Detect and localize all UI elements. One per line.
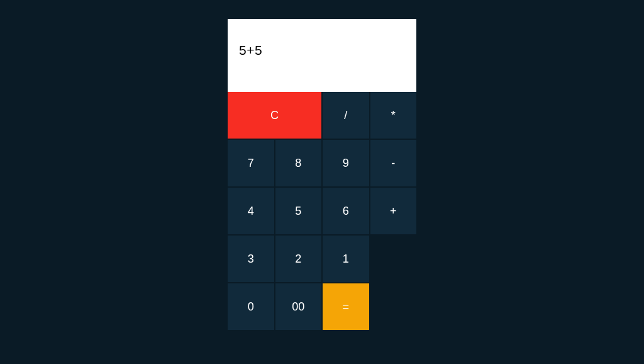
display: 5+5 [228, 19, 416, 92]
equals-button[interactable]: = [323, 283, 369, 330]
two-button[interactable]: 2 [275, 236, 322, 282]
clear-button[interactable]: C [228, 92, 321, 139]
nine-button[interactable]: 9 [323, 140, 369, 186]
three-button[interactable]: 3 [228, 236, 274, 282]
keypad: C / * 7 8 9 - 4 5 6 + 3 2 1 0 00 = [228, 92, 416, 330]
empty-cell [370, 283, 417, 330]
four-button[interactable]: 4 [228, 188, 274, 234]
divide-button[interactable]: / [323, 92, 369, 139]
multiply-button[interactable]: * [370, 92, 417, 139]
seven-button[interactable]: 7 [228, 140, 274, 186]
plus-button[interactable]: + [370, 188, 417, 234]
eight-button[interactable]: 8 [275, 140, 322, 186]
doublezero-button[interactable]: 00 [275, 283, 322, 330]
calculator: 5+5 C / * 7 8 9 - 4 5 6 + 3 2 1 0 00 = [228, 19, 416, 330]
six-button[interactable]: 6 [323, 188, 369, 234]
one-button[interactable]: 1 [323, 236, 369, 282]
five-button[interactable]: 5 [275, 188, 322, 234]
zero-button[interactable]: 0 [228, 283, 274, 330]
minus-button[interactable]: - [370, 140, 417, 186]
